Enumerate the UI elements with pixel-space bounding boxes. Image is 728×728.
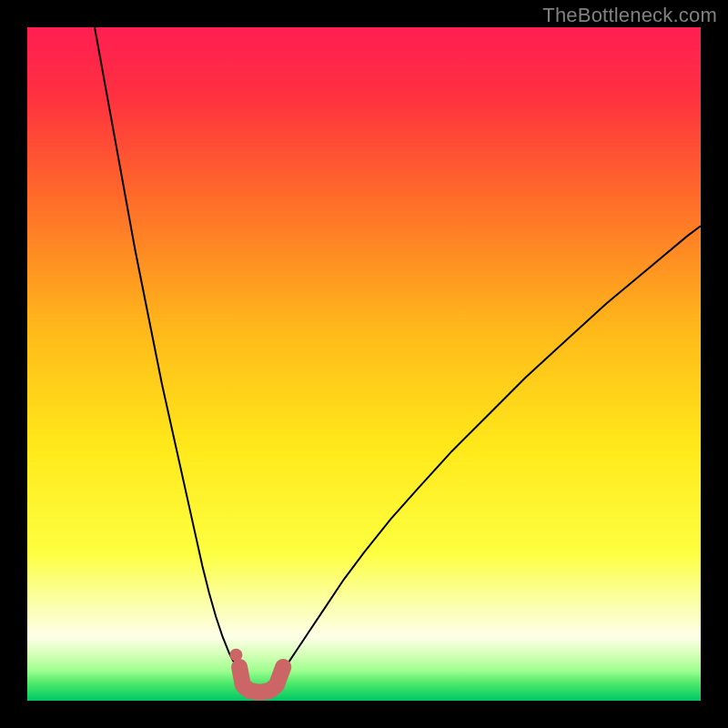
- chart-frame: TheBottleneck.com: [0, 0, 728, 728]
- curves-layer: [27, 27, 701, 701]
- series-marker-path: [239, 667, 283, 692]
- marker-dot: [229, 649, 242, 662]
- series-left-branch: [95, 27, 239, 667]
- watermark-text: TheBottleneck.com: [542, 4, 717, 27]
- plot-area: [27, 27, 701, 701]
- series-right-branch: [283, 226, 701, 667]
